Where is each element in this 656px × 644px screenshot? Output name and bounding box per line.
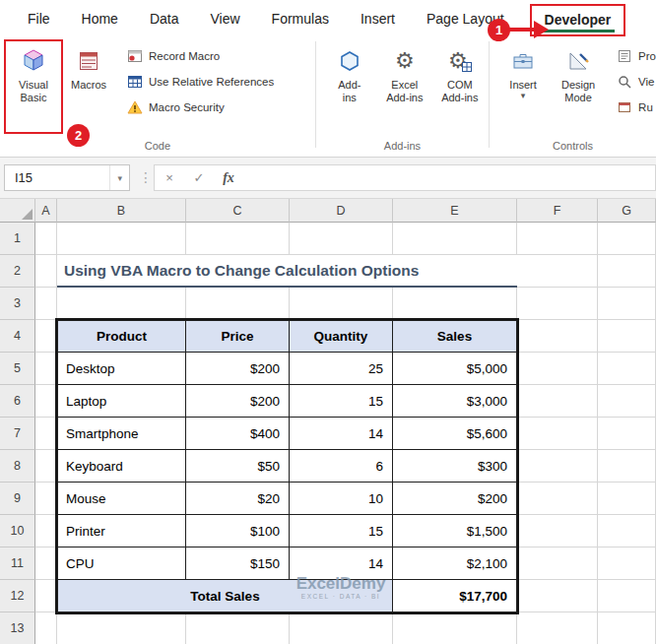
cell[interactable] — [598, 483, 656, 515]
table-header-product[interactable]: Product — [57, 320, 186, 353]
cell[interactable] — [35, 385, 57, 418]
row-header[interactable]: 8 — [0, 450, 35, 483]
insert-function-icon[interactable]: fx — [214, 170, 243, 186]
cell-quantity[interactable]: 10 — [290, 483, 393, 515]
row-header[interactable]: 3 — [0, 288, 35, 320]
row-header[interactable]: 9 — [0, 483, 35, 515]
cell[interactable] — [35, 450, 57, 483]
cell[interactable] — [186, 223, 290, 255]
cell[interactable] — [35, 612, 57, 644]
row-header[interactable]: 13 — [0, 612, 35, 644]
cell[interactable] — [598, 288, 656, 320]
cell[interactable] — [35, 320, 57, 353]
cell[interactable] — [598, 385, 656, 418]
com-addins-button[interactable]: ⚙ COM Add-ins — [432, 39, 488, 104]
cell[interactable] — [57, 288, 186, 320]
cell[interactable] — [517, 515, 598, 547]
cell-sales[interactable]: $300 — [393, 450, 517, 483]
cell-quantity[interactable]: 14 — [290, 418, 393, 450]
cell-price[interactable]: $200 — [186, 353, 290, 385]
cell-price[interactable]: $150 — [186, 547, 290, 580]
row-header[interactable]: 10 — [0, 515, 35, 547]
cell[interactable] — [186, 288, 290, 320]
enter-check-icon[interactable]: ✓ — [184, 170, 214, 185]
row-header[interactable]: 11 — [0, 547, 35, 580]
column-header-e[interactable]: E — [393, 199, 517, 223]
name-box[interactable]: I15 ▾ — [4, 164, 130, 191]
formula-input[interactable]: × ✓ fx — [154, 164, 656, 191]
cell[interactable] — [517, 255, 598, 288]
total-sales-value-cell[interactable]: $17,700 — [393, 580, 517, 612]
cell-product[interactable]: Mouse — [57, 483, 186, 515]
cell[interactable] — [598, 547, 656, 580]
column-header-d[interactable]: D — [290, 199, 393, 223]
column-header-a[interactable]: A — [35, 199, 57, 223]
cell[interactable] — [598, 515, 656, 547]
cell-quantity[interactable]: 25 — [290, 353, 393, 385]
cell[interactable] — [35, 483, 57, 515]
cell[interactable] — [393, 223, 517, 255]
name-box-dropdown-icon[interactable]: ▾ — [109, 165, 129, 190]
run-dialog-button[interactable]: Ru — [616, 98, 656, 115]
cell[interactable] — [517, 547, 598, 580]
cell[interactable] — [57, 612, 186, 644]
cell-sales[interactable]: $3,000 — [393, 385, 517, 418]
cell-product[interactable]: Keyboard — [57, 450, 186, 483]
cell-price[interactable]: $400 — [186, 418, 290, 450]
tab-file[interactable]: File — [12, 0, 66, 37]
sheet-title-cell[interactable]: Using VBA Macro to Change Calculation Op… — [57, 255, 517, 288]
cell[interactable] — [393, 612, 517, 644]
cell[interactable] — [57, 223, 186, 255]
visual-basic-button[interactable]: Visual Basic — [6, 39, 61, 104]
cell-quantity[interactable]: 14 — [290, 547, 393, 580]
cell[interactable] — [598, 450, 656, 483]
cell-product[interactable]: Printer — [57, 515, 186, 547]
cell[interactable] — [290, 288, 393, 320]
cell-product[interactable]: Desktop — [57, 353, 186, 385]
table-header-sales[interactable]: Sales — [393, 320, 517, 353]
cell-product[interactable]: Smartphone — [57, 418, 186, 450]
cell[interactable] — [598, 418, 656, 450]
cancel-icon[interactable]: × — [155, 170, 184, 185]
cell[interactable] — [517, 385, 598, 418]
cell[interactable] — [35, 288, 57, 320]
macros-button[interactable]: Macros — [61, 39, 116, 92]
tab-home[interactable]: Home — [66, 0, 134, 37]
cell-quantity[interactable]: 15 — [290, 515, 393, 547]
total-sales-label-cell[interactable]: Total Sales — [57, 580, 393, 612]
column-header-g[interactable]: G — [598, 199, 656, 223]
cell[interactable] — [35, 223, 57, 255]
cell-sales[interactable]: $2,100 — [393, 547, 517, 580]
tab-formulas[interactable]: Formulas — [256, 0, 345, 37]
cell[interactable] — [35, 353, 57, 385]
cell[interactable] — [598, 612, 656, 644]
cell-price[interactable]: $100 — [186, 515, 290, 547]
cell-quantity[interactable]: 6 — [290, 450, 393, 483]
insert-control-button[interactable]: Insert ▾ — [495, 39, 551, 100]
select-all-corner[interactable] — [0, 199, 35, 223]
row-header[interactable]: 5 — [0, 353, 35, 385]
cell[interactable] — [517, 483, 598, 515]
cell-price[interactable]: $20 — [186, 483, 290, 515]
design-mode-button[interactable]: Design Mode — [551, 39, 606, 104]
cell[interactable] — [290, 223, 393, 255]
cell[interactable] — [517, 450, 598, 483]
column-header-f[interactable]: F — [517, 199, 598, 223]
cell[interactable] — [598, 580, 656, 612]
row-header[interactable]: 1 — [0, 223, 35, 255]
excel-addins-button[interactable]: ⚙ Excel Add-ins — [377, 39, 432, 104]
record-macro-button[interactable]: Record Macro — [126, 47, 274, 64]
cell-price[interactable]: $200 — [186, 385, 290, 418]
cell-quantity[interactable]: 15 — [290, 385, 393, 418]
cell-product[interactable]: Laptop — [57, 385, 186, 418]
row-header[interactable]: 12 — [0, 580, 35, 612]
cell-sales[interactable]: $5,000 — [393, 353, 517, 385]
cell-sales[interactable]: $1,500 — [393, 515, 517, 547]
cell[interactable] — [598, 320, 656, 353]
cell[interactable] — [517, 320, 598, 353]
cell[interactable] — [517, 580, 598, 612]
macro-security-button[interactable]: Macro Security — [126, 98, 274, 115]
cell[interactable] — [517, 223, 598, 255]
cell-price[interactable]: $50 — [186, 450, 290, 483]
cell[interactable] — [598, 353, 656, 385]
